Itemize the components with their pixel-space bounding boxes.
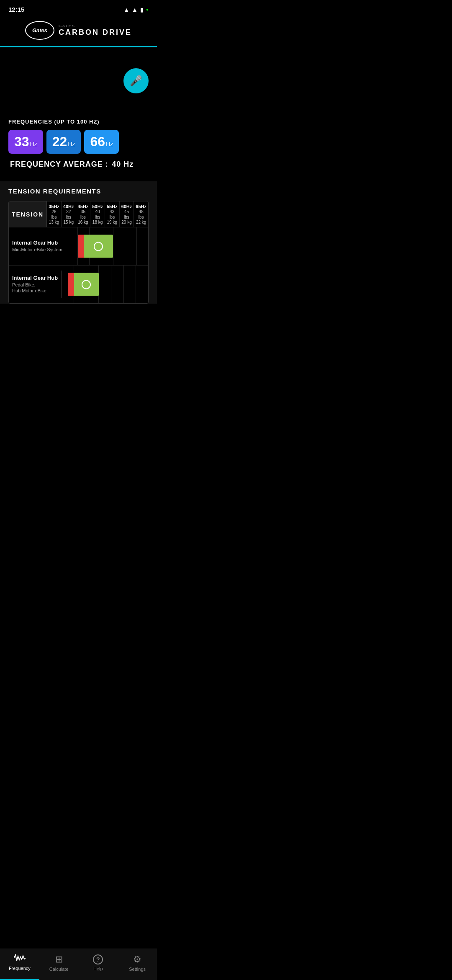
battery-icon: ▮ (140, 6, 144, 13)
logo-carbon-drive: CARBON DRIVE (59, 28, 132, 37)
dot-indicator-0 (94, 242, 103, 251)
freq-unit-0: Hz (30, 141, 37, 147)
tension-hz-1: 40Hz (63, 204, 74, 209)
logo-container: Gates GATES CARBON DRIVE (25, 21, 132, 40)
frequencies-title: FREQUENCIES (UP TO 100 HZ) (8, 119, 149, 125)
freq-value-1: 22 (52, 134, 67, 150)
tension-header-row: TENSION 35Hz 28 lbs 13 kg 40Hz 32 lbs 15… (9, 201, 148, 227)
tension-hz-6: 65Hz (136, 204, 146, 209)
gcl-4 (113, 227, 125, 265)
logo-oval: Gates (25, 21, 54, 40)
gcl2-4 (111, 266, 124, 303)
tension-col-6: 65Hz 48 lbs 22 kg (134, 201, 148, 227)
gear-bar-area-1 (62, 266, 148, 303)
tension-title: TENSION REQUIREMENTS (8, 188, 149, 195)
frequency-average: FREQUENCY AVERAGE : 40 Hz (8, 160, 149, 169)
freq-unit-2: Hz (106, 141, 113, 147)
tension-hz-4: 55Hz (107, 204, 118, 209)
gear-row-1: Internal Gear Hub Pedal Bike,Hub Motor e… (9, 265, 148, 303)
tension-col-4: 55Hz 43 lbs 19 kg (105, 201, 120, 227)
signal-icon: ▲ (132, 6, 138, 13)
logo-text: GATES CARBON DRIVE (59, 24, 132, 37)
freq-badge-0[interactable]: 33 Hz (8, 130, 43, 154)
freq-avg-label: FREQUENCY AVERAGE : (10, 160, 108, 168)
gear-label-0: Internal Gear Hub Mid-Motor eBike System (9, 235, 66, 257)
tension-lbs-1: 32 lbs (63, 209, 74, 220)
frequencies-section: FREQUENCIES (UP TO 100 HZ) 33 Hz 22 Hz 6… (0, 114, 157, 175)
tension-cols: 35Hz 28 lbs 13 kg 40Hz 32 lbs 15 kg 45Hz… (47, 201, 148, 227)
tension-lbs-0: 28 lbs (49, 209, 59, 220)
tension-kg-1: 15 kg (63, 220, 74, 224)
green-bar-0 (84, 235, 113, 258)
tension-label-cell: TENSION (9, 201, 47, 227)
gear-subtitle-0: Mid-Motor eBike System (12, 247, 62, 253)
tension-col-1: 40Hz 32 lbs 15 kg (62, 201, 76, 227)
app-header: Gates GATES CARBON DRIVE (0, 17, 157, 46)
tension-kg-2: 16 kg (78, 220, 89, 224)
tension-lbs-6: 48 lbs (136, 209, 146, 220)
gcl2-5 (124, 266, 136, 303)
gear-label-1: Internal Gear Hub Pedal Bike,Hub Motor e… (9, 271, 62, 298)
tension-lbs-5: 45 lbs (121, 209, 132, 220)
red-segment-1 (68, 273, 74, 296)
battery-dot: ● (146, 7, 149, 12)
wifi-icon: ▲ (123, 6, 129, 13)
freq-badge-1[interactable]: 22 Hz (46, 130, 81, 154)
gcl-6 (137, 227, 148, 265)
freq-value-2: 66 (90, 134, 105, 150)
tension-lbs-2: 35 lbs (78, 209, 89, 220)
tension-col-5: 60Hz 45 lbs 20 kg (120, 201, 134, 227)
green-bar-1 (74, 273, 99, 296)
tension-lbs-4: 43 lbs (107, 209, 118, 220)
tension-col-3: 50Hz 40 lbs 18 kg (90, 201, 105, 227)
frequency-badges: 33 Hz 22 Hz 66 Hz (8, 130, 149, 154)
tension-hz-0: 35Hz (49, 204, 59, 209)
logo-gates: GATES (59, 24, 75, 28)
tension-lbs-3: 40 lbs (92, 209, 103, 220)
status-bar: 12:15 ▲ ▲ ▮ ● (0, 0, 157, 17)
freq-value-0: 33 (14, 134, 29, 150)
tension-hz-2: 45Hz (78, 204, 89, 209)
tension-section: TENSION REQUIREMENTS TENSION 35Hz 28 lbs… (0, 181, 157, 304)
gear-row-0: Internal Gear Hub Mid-Motor eBike System (9, 227, 148, 265)
status-icons: ▲ ▲ ▮ ● (123, 6, 149, 13)
freq-badge-2[interactable]: 66 Hz (84, 130, 119, 154)
logo-oval-text: Gates (32, 27, 47, 34)
freq-unit-1: Hz (68, 141, 75, 147)
microphone-button[interactable]: 🎤 (123, 68, 149, 93)
red-segment-0 (78, 235, 84, 258)
gcl2-6 (136, 266, 148, 303)
gcl-0 (66, 227, 78, 265)
tension-table: TENSION 35Hz 28 lbs 13 kg 40Hz 32 lbs 15… (8, 201, 149, 304)
tension-kg-4: 19 kg (107, 220, 118, 224)
tension-kg-0: 13 kg (49, 220, 59, 224)
tension-label-text: TENSION (12, 211, 44, 218)
gcl2-3 (99, 266, 111, 303)
gear-name-0: Internal Gear Hub (12, 240, 62, 247)
mic-icon: 🎤 (130, 75, 142, 87)
status-time: 12:15 (8, 6, 24, 13)
gear-subtitle-1: Pedal Bike,Hub Motor eBike (12, 282, 58, 294)
dot-indicator-1 (82, 280, 91, 289)
gear-name-1: Internal Gear Hub (12, 275, 58, 282)
gcl-5 (125, 227, 137, 265)
tension-hz-3: 50Hz (92, 204, 103, 209)
gear-bar-area-0 (66, 227, 148, 265)
tension-kg-5: 20 kg (121, 220, 132, 224)
freq-avg-value: 40 Hz (112, 160, 134, 168)
tension-kg-6: 22 kg (136, 220, 146, 224)
microphone-area: 🎤 (0, 47, 157, 114)
content-area: 🎤 FREQUENCIES (UP TO 100 HZ) 33 Hz 22 Hz… (0, 47, 157, 304)
tension-kg-3: 18 kg (92, 220, 103, 224)
tension-col-0: 35Hz 28 lbs 13 kg (47, 201, 62, 227)
tension-hz-5: 60Hz (121, 204, 132, 209)
tension-col-2: 45Hz 35 lbs 16 kg (76, 201, 91, 227)
